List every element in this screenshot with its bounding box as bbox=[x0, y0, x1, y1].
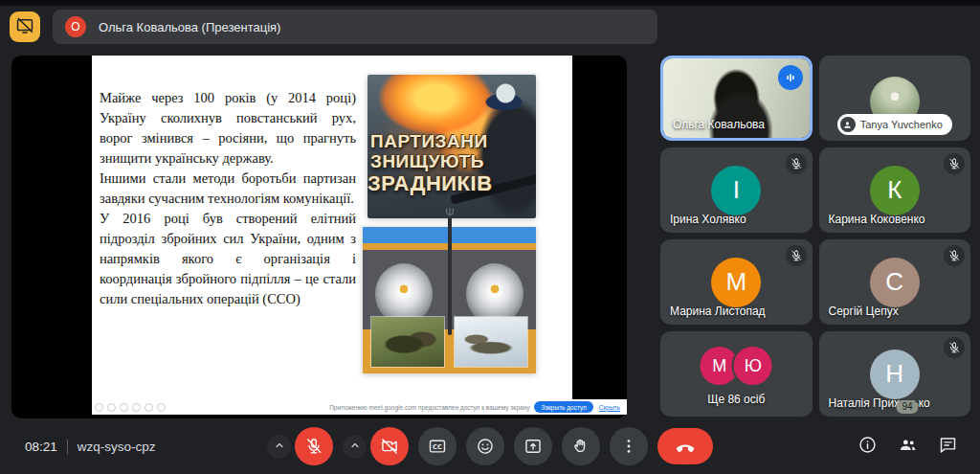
bottom-bar: 08:21 wzq-syso-cpz CC 94 bbox=[0, 418, 980, 474]
participant-tile-2[interactable]: Tanya Yuvchenko bbox=[819, 56, 971, 141]
chat-button[interactable] bbox=[930, 429, 965, 463]
avatar: К bbox=[870, 166, 920, 215]
present-icon bbox=[523, 437, 543, 456]
sword-shape bbox=[448, 217, 452, 335]
mic-off-icon bbox=[786, 245, 807, 266]
presenting-stop-button[interactable] bbox=[10, 11, 40, 42]
raise-hand-icon bbox=[571, 437, 590, 456]
avatar: І bbox=[711, 166, 761, 215]
participant-count-badge: 94 bbox=[896, 400, 918, 414]
participant-tile-8[interactable]: ННаталія Приходько bbox=[819, 331, 971, 417]
presenter-avatar: O bbox=[65, 16, 86, 37]
slide-control-button[interactable] bbox=[95, 403, 103, 412]
overflow-avatars: МЮ bbox=[701, 347, 772, 385]
slide-paragraph: У 2016 році був створений елітний підроз… bbox=[100, 209, 356, 309]
share-notice-text: Приложению meet.google.com предоставлен … bbox=[329, 404, 529, 411]
captions-button[interactable]: CC bbox=[418, 427, 457, 465]
participant-name: Ірина Холявко bbox=[670, 213, 746, 226]
avatar: Ю bbox=[734, 347, 772, 385]
soldiers-photo-field bbox=[371, 317, 444, 367]
chat-icon bbox=[938, 435, 958, 458]
participant-name: Tanya Yuvchenko bbox=[860, 119, 943, 130]
meeting-meta: 08:21 wzq-syso-cpz bbox=[25, 418, 156, 474]
participant-tile-5[interactable]: ММарина Листопад bbox=[660, 239, 813, 325]
emoji-icon bbox=[476, 437, 495, 456]
people-button[interactable]: 94 bbox=[890, 429, 924, 463]
avatar: С bbox=[870, 258, 920, 307]
presenter-chip[interactable]: O Ольга Ковальова (Презентація) bbox=[53, 10, 657, 44]
participant-name: Марина Листопад bbox=[670, 305, 766, 318]
presentation-slide: Майже через 100 років (у 2014 році) Укра… bbox=[92, 56, 572, 399]
slide-control-button[interactable] bbox=[157, 403, 166, 412]
chevron-up-icon bbox=[348, 439, 362, 455]
person-icon bbox=[840, 117, 856, 132]
sso-emblem bbox=[466, 263, 523, 325]
stop-sharing-button[interactable]: Закрыть доступ bbox=[534, 401, 592, 413]
name-pill: Tanya Yuvchenko bbox=[837, 114, 952, 135]
photo-band bbox=[363, 329, 536, 373]
participant-tile-7[interactable]: МЮЩе 86 осіб bbox=[660, 331, 813, 417]
top-bar: O Ольга Ковальова (Презентація) bbox=[0, 6, 980, 50]
mic-off-icon bbox=[944, 337, 965, 358]
more-options-icon bbox=[619, 437, 638, 456]
expand-mic-off-options[interactable] bbox=[267, 435, 291, 459]
info-button[interactable] bbox=[850, 429, 884, 463]
presentation-off-icon bbox=[15, 16, 34, 38]
present-button[interactable] bbox=[514, 427, 552, 465]
info-icon bbox=[858, 435, 878, 458]
slide-control-button[interactable] bbox=[107, 403, 116, 412]
raise-hand-button[interactable] bbox=[562, 427, 600, 465]
presenter-label: Ольга Ковальова (Презентація) bbox=[99, 20, 280, 34]
status-icons: 94 bbox=[850, 418, 965, 474]
clock: 08:21 bbox=[25, 440, 57, 454]
slide-text: Майже через 100 років (у 2014 році) Укра… bbox=[100, 88, 356, 309]
avatar: Н bbox=[870, 350, 920, 399]
slide-paragraph: Майже через 100 років (у 2014 році) Укра… bbox=[100, 88, 356, 169]
participant-tile-6[interactable]: ССергій Цепух bbox=[819, 239, 971, 325]
slide-image-partisans: ПАРТИЗАНИ ЗНИЩУЮТЬ ЗРАДНИКІВ bbox=[368, 75, 536, 218]
call-controls: CC bbox=[267, 418, 713, 474]
svg-text:CC: CC bbox=[433, 443, 442, 451]
camera-off-button[interactable] bbox=[370, 427, 409, 465]
divider bbox=[67, 440, 68, 454]
end-call-icon bbox=[674, 435, 697, 458]
participant-name: Сергій Цепух bbox=[829, 305, 899, 318]
avatar: М bbox=[701, 347, 739, 385]
camera-off-icon bbox=[380, 437, 399, 456]
participant-name: Ольга Ковальова bbox=[673, 118, 765, 131]
hide-notice-link[interactable]: Скрыть bbox=[599, 404, 620, 411]
chevron-up-icon bbox=[273, 439, 286, 455]
participant-tile-4[interactable]: ККарина Коковенко bbox=[819, 147, 971, 233]
screen-share-notice: Приложению meet.google.com предоставлен … bbox=[92, 399, 627, 415]
slide-control-button[interactable] bbox=[120, 403, 128, 412]
slide-view-controls bbox=[95, 403, 166, 412]
mic-off-icon bbox=[304, 437, 323, 456]
sso-emblem bbox=[375, 263, 433, 325]
slide-control-button[interactable] bbox=[145, 403, 153, 412]
soldiers-photo-snow bbox=[455, 317, 527, 367]
participants-grid: Ольга КовальоваTanya YuvchenkoІІрина Хол… bbox=[660, 56, 970, 417]
mic-off-icon bbox=[944, 153, 965, 174]
participant-tile-1[interactable]: Ольга Ковальова bbox=[660, 56, 813, 141]
participant-tile-3[interactable]: ІІрина Холявко bbox=[660, 147, 813, 233]
slide-control-button[interactable] bbox=[132, 403, 141, 412]
avatar: М bbox=[711, 258, 761, 307]
slide-image-sso-emblems bbox=[363, 227, 536, 373]
mic-off-icon bbox=[944, 245, 965, 266]
slide-image-caption: ПАРТИЗАНИ ЗНИЩУЮТЬ ЗРАДНИКІВ bbox=[370, 132, 493, 195]
end-call-button[interactable] bbox=[657, 428, 713, 464]
participant-name: Ще 86 осіб bbox=[660, 393, 813, 406]
mic-off-icon bbox=[786, 153, 807, 174]
audio-level-icon bbox=[778, 65, 803, 90]
slide-paragraph: Іншими стали методи боротьби партизан за… bbox=[100, 169, 356, 209]
captions-icon: CC bbox=[428, 437, 447, 456]
shared-screen-tile[interactable]: Майже через 100 років (у 2014 році) Укра… bbox=[11, 56, 627, 418]
expand-camera-off-options[interactable] bbox=[343, 435, 367, 459]
mic-off-button[interactable] bbox=[295, 427, 333, 465]
people-icon bbox=[898, 435, 918, 458]
more-options-button[interactable] bbox=[610, 427, 648, 465]
participant-name: Карина Коковенко bbox=[829, 213, 925, 226]
google-meet-window: O Ольга Ковальова (Презентація) Майже че… bbox=[0, 0, 980, 474]
emoji-button[interactable] bbox=[466, 427, 504, 465]
trident-icon bbox=[442, 206, 457, 221]
